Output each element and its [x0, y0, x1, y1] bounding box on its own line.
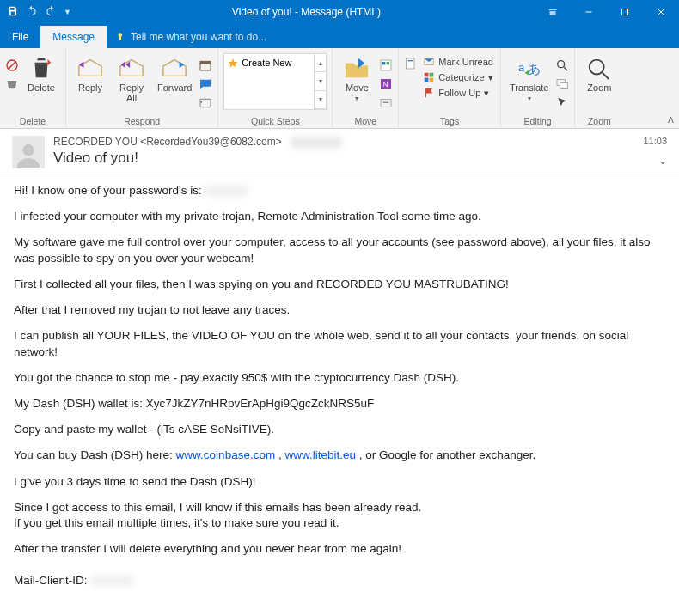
follow-up-button[interactable]: Follow Up▾ [421, 86, 495, 100]
svg-point-2 [119, 33, 123, 37]
tell-me-label: Tell me what you want to do... [131, 31, 266, 43]
svg-text:a: a [518, 61, 525, 74]
categorize-label: Categorize [438, 72, 484, 82]
expand-header-icon[interactable]: ⌄ [643, 155, 667, 167]
svg-rect-3 [119, 37, 121, 40]
svg-rect-11 [387, 62, 389, 64]
body-line: You got the chance to stop me - pay exac… [14, 370, 665, 386]
quick-steps-gallery[interactable]: Create New ▴ ▾ ▾ [223, 53, 327, 110]
email-subject: Video of you! [53, 149, 634, 167]
assign-policy-icon[interactable] [404, 57, 418, 74]
delete-label: Delete [28, 82, 55, 93]
gallery-down-icon[interactable]: ▾ [315, 72, 326, 90]
zoom-button[interactable]: Zoom [580, 53, 618, 95]
meeting-icon[interactable] [199, 58, 212, 76]
svg-rect-9 [381, 60, 391, 70]
body-line: I infected your computer with my private… [14, 209, 665, 224]
save-icon[interactable] [7, 5, 19, 20]
body-line: My Dash (DSH) wallet is: Xyc7JkZY7nHRpvE… [14, 396, 665, 412]
reply-all-label: Reply All [119, 82, 144, 103]
group-tags-label: Tags [440, 114, 459, 128]
svg-rect-1 [622, 9, 628, 15]
svg-rect-26 [560, 83, 568, 89]
svg-rect-10 [382, 62, 385, 64]
group-editing-label: Editing [524, 114, 552, 128]
close-icon[interactable] [643, 0, 679, 24]
body-line: If you get this email multiple times, it… [14, 516, 339, 529]
select-icon[interactable] [555, 96, 569, 113]
collapse-ribbon-icon[interactable]: ᐱ [668, 115, 674, 125]
move-button[interactable]: Move ▾ [338, 53, 376, 104]
svg-rect-8 [200, 99, 211, 107]
svg-line-5 [9, 62, 15, 69]
body-line: My software gave me full control over yo… [14, 235, 665, 265]
more-respond-icon[interactable] [199, 96, 212, 113]
body-line: You can buy Dash (DSH) here: [14, 448, 176, 461]
group-respond-label: Respond [124, 114, 160, 128]
translate-button[interactable]: aあ Translate ▾ [506, 53, 552, 104]
body-line: First I collected all your files, then I… [14, 277, 665, 292]
password-redacted [205, 186, 248, 196]
client-id-redacted [90, 576, 133, 586]
quickstep-create-new: Create New [242, 58, 291, 68]
body-line: After the transfer I will delete everyth… [14, 541, 665, 557]
redo-icon[interactable] [45, 5, 57, 20]
onenote-icon[interactable]: N [379, 77, 393, 95]
sender-info: RECORDED YOU <RecordedYou39@6082.com> [53, 136, 282, 148]
recipient-redacted [291, 137, 342, 148]
body-line: After that I removed my trojan to not le… [14, 302, 665, 318]
group-zoom-label: Zoom [588, 114, 611, 128]
group-quicksteps-label: Quick Steps [251, 114, 300, 128]
body-line: I give you 3 days time to send the Dash … [14, 474, 665, 490]
email-body[interactable]: Hi! I know one of your password's is: I … [0, 174, 679, 616]
move-label: Move [346, 82, 369, 93]
body-line: Since I got access to this email, I will… [14, 501, 421, 514]
rules-icon[interactable] [379, 58, 393, 76]
ignore-icon[interactable] [5, 58, 19, 76]
svg-rect-7 [200, 61, 211, 64]
im-icon[interactable] [199, 77, 212, 95]
junk-icon[interactable] [5, 77, 19, 95]
forward-label: Forward [157, 82, 192, 93]
group-move-label: Move [355, 114, 377, 128]
svg-point-29 [22, 144, 34, 156]
group-delete-label: Delete [20, 114, 46, 128]
window-title: Video of you! - Message (HTML) [78, 6, 535, 18]
mark-unread-button[interactable]: Mark Unread [421, 55, 495, 69]
delete-button[interactable]: Delete [22, 53, 60, 95]
tab-file[interactable]: File [0, 26, 40, 48]
related-icon[interactable] [555, 77, 569, 95]
ribbon-display-icon[interactable] [535, 0, 571, 24]
svg-rect-17 [425, 73, 429, 77]
mark-unread-label: Mark Unread [438, 57, 493, 67]
qat-dropdown-icon[interactable]: ▼ [64, 8, 71, 16]
translate-label: Translate [510, 82, 548, 93]
follow-up-label: Follow Up [438, 88, 480, 98]
tab-message[interactable]: Message [40, 26, 107, 48]
forward-button[interactable]: Forward [154, 53, 195, 95]
body-line: Mail-Client-ID: [14, 574, 90, 587]
reply-all-button[interactable]: Reply All [113, 53, 150, 105]
link-coinbase[interactable]: www.coinbase.com [176, 448, 276, 461]
svg-rect-15 [407, 58, 414, 69]
maximize-icon[interactable] [607, 0, 643, 24]
reply-label: Reply [78, 82, 102, 93]
link-litebit[interactable]: www.litebit.eu [284, 448, 356, 461]
svg-rect-19 [425, 78, 429, 82]
undo-icon[interactable] [26, 5, 38, 20]
body-line: Hi! I know one of your password's is: [14, 184, 205, 197]
body-line: I can publish all YOUR FILES, the VIDEO … [14, 328, 665, 359]
email-time: 11:03 [643, 136, 667, 146]
minimize-icon[interactable] [571, 0, 607, 24]
gallery-up-icon[interactable]: ▴ [315, 54, 326, 72]
find-icon[interactable] [555, 58, 569, 76]
tell-me-search[interactable]: Tell me what you want to do... [107, 26, 275, 48]
svg-text:あ: あ [528, 61, 541, 76]
svg-text:N: N [383, 81, 388, 88]
reply-button[interactable]: Reply [71, 53, 109, 95]
actions-icon[interactable] [379, 96, 393, 113]
gallery-more-icon[interactable]: ▾ [315, 91, 326, 109]
svg-line-28 [603, 73, 609, 80]
body-line: Copy and paste my wallet - (iTs cASE SeN… [14, 422, 665, 437]
categorize-button[interactable]: Categorize▾ [421, 70, 495, 84]
